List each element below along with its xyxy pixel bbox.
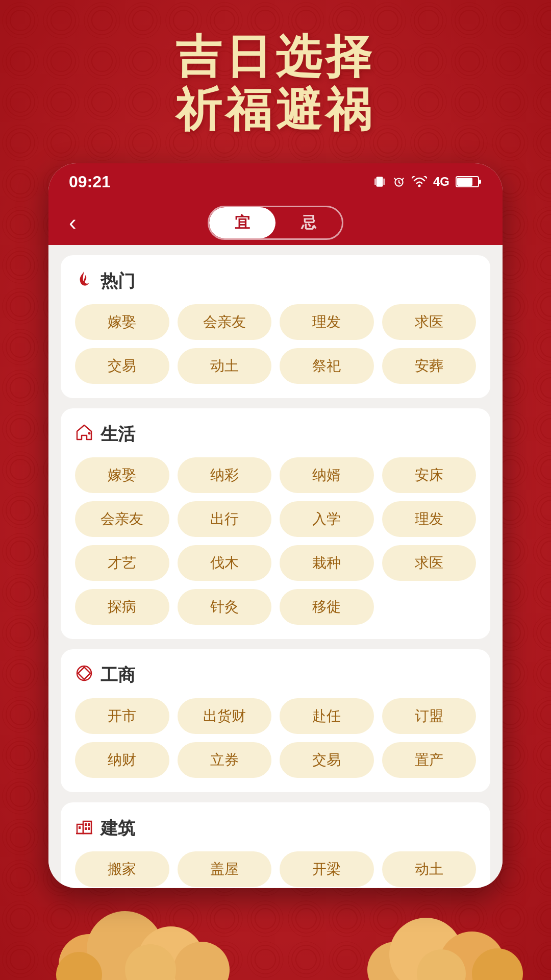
svg-rect-13 <box>384 179 385 185</box>
tag-item[interactable]: 嫁娶 <box>75 457 169 493</box>
category-card-business: 工商 开市出货财赴任订盟纳财立券交易置产 <box>61 649 490 792</box>
svg-rect-18 <box>479 180 481 184</box>
svg-rect-19 <box>457 178 472 186</box>
svg-rect-23 <box>83 821 91 834</box>
tag-item[interactable]: 才艺 <box>75 545 169 581</box>
signal-text: 4G <box>433 175 449 189</box>
category-card-construction: 建筑 搬家盖屋开梁动土作灶造仓作梁上梁掘井 <box>61 802 490 888</box>
svg-rect-26 <box>85 823 87 826</box>
category-title-business: 工商 <box>101 664 135 687</box>
tag-item[interactable]: 赴任 <box>280 698 374 734</box>
tag-item[interactable]: 安床 <box>382 457 477 493</box>
category-title-construction: 建筑 <box>101 817 135 840</box>
category-header-business: 工商 <box>75 664 476 687</box>
tag-item[interactable]: 探病 <box>75 589 169 625</box>
status-bar: 09:21 4G <box>48 163 503 200</box>
category-card-life: 生活 嫁娶纳彩纳婿安床会亲友出行入学理发才艺伐木栽种求医探病针灸移徙 <box>61 408 490 639</box>
phone-frame: 09:21 4G ‹ 宜 忌 热门 嫁娶会亲友理发求医交易动土祭祀安葬 <box>48 163 503 888</box>
status-icons: 4G <box>373 175 482 189</box>
tag-item[interactable]: 搬家 <box>75 851 169 887</box>
svg-rect-12 <box>374 179 375 185</box>
tags-grid-hot: 嫁娶会亲友理发求医交易动土祭祀安葬 <box>75 304 476 384</box>
tag-item[interactable]: 移徙 <box>280 589 374 625</box>
tag-item[interactable]: 置产 <box>382 742 477 778</box>
svg-rect-29 <box>88 827 90 830</box>
tag-item[interactable]: 动土 <box>178 348 272 384</box>
tags-grid-life: 嫁娶纳彩纳婿安床会亲友出行入学理发才艺伐木栽种求医探病针灸移徙 <box>75 457 476 625</box>
tag-item[interactable]: 理发 <box>382 501 477 537</box>
tags-grid-business: 开市出货财赴任订盟纳财立券交易置产 <box>75 698 476 778</box>
tag-item[interactable]: 安葬 <box>382 348 477 384</box>
battery-icon <box>456 175 482 188</box>
svg-rect-14 <box>376 177 383 187</box>
tag-item[interactable]: 纳婿 <box>280 457 374 493</box>
house-icon <box>75 423 93 446</box>
tag-item[interactable]: 开梁 <box>280 851 374 887</box>
category-header-life: 生活 <box>75 423 476 446</box>
tag-item[interactable]: 理发 <box>280 304 374 340</box>
category-header-construction: 建筑 <box>75 817 476 840</box>
flame-icon <box>75 270 93 292</box>
svg-rect-27 <box>88 823 90 826</box>
tag-item[interactable]: 出行 <box>178 501 272 537</box>
svg-rect-28 <box>85 827 87 830</box>
svg-point-21 <box>77 666 91 680</box>
wifi-icon <box>412 176 427 187</box>
tag-item[interactable]: 交易 <box>75 348 169 384</box>
tag-item[interactable]: 纳彩 <box>178 457 272 493</box>
title-line1: 吉日选择 <box>0 31 551 84</box>
tag-item[interactable]: 开市 <box>75 698 169 734</box>
toggle-ji[interactable]: 忌 <box>276 207 342 238</box>
title-line2: 祈福避祸 <box>0 84 551 137</box>
tag-item[interactable]: 求医 <box>382 545 477 581</box>
back-button[interactable]: ‹ <box>64 205 82 240</box>
svg-point-16 <box>418 185 420 187</box>
tag-item[interactable]: 伐木 <box>178 545 272 581</box>
tag-item[interactable]: 嫁娶 <box>75 304 169 340</box>
vibrate-icon <box>373 175 386 188</box>
tag-item[interactable]: 会亲友 <box>178 304 272 340</box>
tag-item[interactable]: 求医 <box>382 304 477 340</box>
content-area: 热门 嫁娶会亲友理发求医交易动土祭祀安葬 生活 嫁娶纳彩纳婿安床会亲友出行入学理… <box>48 245 503 888</box>
tag-item[interactable]: 栽种 <box>280 545 374 581</box>
tag-item[interactable]: 盖屋 <box>178 851 272 887</box>
tag-item[interactable]: 会亲友 <box>75 501 169 537</box>
category-title-hot: 热门 <box>101 270 135 293</box>
category-title-life: 生活 <box>101 423 135 446</box>
svg-point-20 <box>88 432 91 435</box>
tag-item[interactable]: 入学 <box>280 501 374 537</box>
tag-item[interactable]: 订盟 <box>382 698 477 734</box>
tag-item[interactable]: 出货财 <box>178 698 272 734</box>
title-area: 吉日选择 祈福避祸 <box>0 31 551 136</box>
tag-item[interactable]: 祭祀 <box>280 348 374 384</box>
yi-ji-toggle[interactable]: 宜 忌 <box>208 206 343 240</box>
status-time: 09:21 <box>69 173 111 191</box>
tags-grid-construction: 搬家盖屋开梁动土作灶造仓作梁上梁掘井 <box>75 851 476 888</box>
category-header-hot: 热门 <box>75 270 476 293</box>
toggle-yi[interactable]: 宜 <box>209 207 276 238</box>
alarm-icon <box>392 175 406 188</box>
diamond-icon <box>75 664 93 687</box>
tag-item[interactable]: 纳财 <box>75 742 169 778</box>
building-icon <box>75 817 93 840</box>
tag-item[interactable]: 交易 <box>280 742 374 778</box>
tag-item[interactable]: 针灸 <box>178 589 272 625</box>
category-card-hot: 热门 嫁娶会亲友理发求医交易动土祭祀安葬 <box>61 255 490 398</box>
svg-rect-25 <box>79 826 81 829</box>
nav-bar: ‹ 宜 忌 <box>48 200 503 245</box>
tag-item[interactable]: 立券 <box>178 742 272 778</box>
tag-item[interactable]: 动土 <box>382 851 477 887</box>
